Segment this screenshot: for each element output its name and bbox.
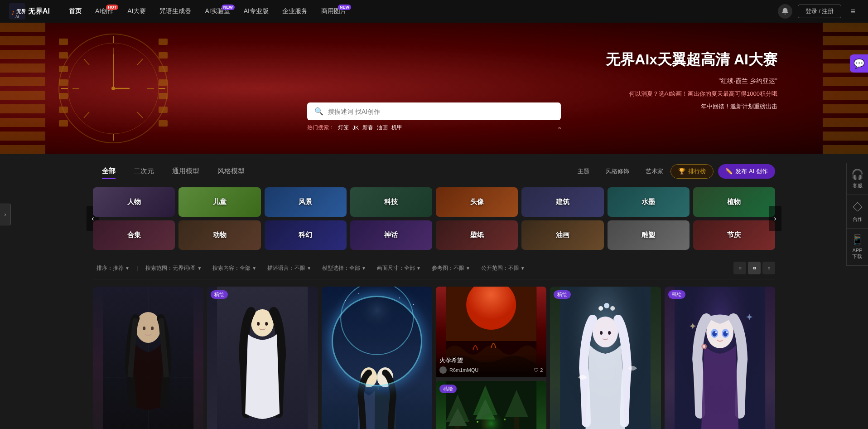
hot-tag-5[interactable]: 机甲 bbox=[391, 124, 402, 132]
menu-button[interactable]: ≡ bbox=[847, 5, 859, 18]
svg-rect-11 bbox=[59, 107, 68, 113]
svg-line-30 bbox=[84, 112, 89, 118]
logo[interactable]: ♪ 无界 AI 无界AI bbox=[9, 3, 50, 20]
header: ♪ 无界 AI 无界AI 首页 AI创作 HOT AI大赛 咒语生成器 AI实验… bbox=[0, 0, 868, 23]
main-nav: 首页 AI创作 HOT AI大赛 咒语生成器 AI实验室 NEW AI专业版 企… bbox=[63, 5, 778, 18]
cat-jieqing[interactable]: 节庆 bbox=[693, 220, 775, 250]
nav-home[interactable]: 首页 bbox=[63, 5, 87, 18]
rank-button[interactable]: 🏆 排行榜 bbox=[670, 164, 714, 179]
refresh-hot-search[interactable]: ↻ bbox=[558, 125, 561, 131]
nav-commercial[interactable]: 商用图片 NEW bbox=[316, 5, 352, 18]
svg-line-25 bbox=[137, 59, 143, 65]
nav-ai-lab[interactable]: AI实验室 NEW bbox=[199, 5, 235, 18]
size-filter[interactable]: 画面尺寸：全部 ▼ bbox=[373, 263, 424, 273]
nav-ai-pro[interactable]: AI专业版 bbox=[238, 5, 274, 18]
app-download-btn[interactable]: 📱 APP 下载 bbox=[847, 229, 868, 266]
cat-fengjing[interactable]: 风景 bbox=[265, 187, 347, 217]
hero-cta: 年中回馈！邀新计划重磅出击 bbox=[606, 102, 777, 111]
search-scope-filter[interactable]: 搜索范围：无界词/图 ▼ bbox=[142, 263, 205, 273]
rank-btn-label: 排行榜 bbox=[688, 167, 706, 176]
search-icon: 🔍 bbox=[314, 107, 323, 116]
notification-btn[interactable] bbox=[778, 4, 792, 19]
svg-rect-13 bbox=[159, 39, 168, 45]
divider-1: | bbox=[137, 265, 138, 271]
cat-renwu[interactable]: 人物 bbox=[93, 187, 175, 217]
gallery-item-6[interactable]: 稿绘 bbox=[665, 287, 775, 429]
category-next-btn[interactable]: › bbox=[769, 206, 781, 231]
trophy-icon: 🏆 bbox=[678, 168, 685, 175]
cat-shenhua[interactable]: 神话 bbox=[350, 220, 432, 250]
cat-tuxiang[interactable]: 头像 bbox=[436, 187, 518, 217]
model-filter[interactable]: 模型选择：全部 ▼ bbox=[318, 263, 370, 273]
nav-spell-gen[interactable]: 咒语生成器 bbox=[154, 5, 197, 18]
hero-text-block: 无界AIx天翼超高清 AI大赛 "红续·霞兰 乡约亚运" 何以消夏？选AI绘画！… bbox=[606, 50, 777, 111]
cat-diaosu[interactable]: 雕塑 bbox=[608, 220, 690, 250]
cat-heji[interactable]: 合集 bbox=[93, 220, 175, 250]
gallery-item-4[interactable]: 火孕希望 R6m1mMQU ♡ 2 稿绘 bbox=[436, 287, 546, 429]
ref-arrow: ▼ bbox=[466, 266, 470, 271]
hot-tag-3[interactable]: 新春 bbox=[362, 124, 373, 132]
svg-point-73 bbox=[608, 331, 611, 335]
left-panel-toggle[interactable]: › bbox=[0, 204, 11, 225]
view-4col[interactable]: ⊠ bbox=[762, 262, 775, 274]
gallery-item-5[interactable]: 稿绘 bbox=[550, 287, 661, 429]
hero-desc: 何以消夏？选AI绘画！画出你的夏天最高可得1000积分哦 bbox=[606, 90, 777, 98]
hot-tag-1[interactable]: 灯笼 bbox=[338, 124, 349, 132]
content-filter[interactable]: 搜索内容：全部 ▼ bbox=[209, 263, 260, 273]
sort-filter[interactable]: 排序：推荐 ▼ bbox=[93, 263, 133, 273]
cat-dongwu[interactable]: 动物 bbox=[178, 220, 260, 250]
gallery-item-2[interactable]: 稿绘 bbox=[207, 287, 318, 429]
size-arrow: ▼ bbox=[416, 266, 421, 271]
svg-rect-16 bbox=[159, 79, 168, 86]
nav-ai-contest[interactable]: AI大赛 bbox=[122, 5, 151, 18]
lang-filter[interactable]: 描述语言：不限 ▼ bbox=[264, 263, 315, 273]
hot-badge: HOT bbox=[106, 5, 118, 10]
chat-button[interactable]: 💬 bbox=[850, 54, 868, 73]
hero-banner: 无界AIx天翼超高清 AI大赛 "红续·霞兰 乡约亚运" 何以消夏？选AI绘画！… bbox=[0, 23, 868, 154]
hot-tag-2[interactable]: JK bbox=[352, 125, 359, 131]
gallery-badge-6: 稿绘 bbox=[554, 290, 571, 299]
gallery-badge-2: 稿绘 bbox=[211, 290, 228, 299]
cat-kehuan[interactable]: 科幻 bbox=[265, 220, 347, 250]
publish-button[interactable]: ✏️ 发布 AI 创作 bbox=[718, 164, 775, 179]
svg-point-33 bbox=[111, 87, 115, 90]
svg-rect-14 bbox=[159, 52, 168, 58]
film-strip-left bbox=[0, 23, 45, 154]
tab-all[interactable]: 全部 bbox=[93, 163, 125, 179]
ref-filter[interactable]: 参考图：不限 ▼ bbox=[428, 263, 474, 273]
gallery-item-3[interactable]: 稿绘 bbox=[322, 287, 432, 429]
tab-anime[interactable]: 二次元 bbox=[125, 163, 163, 179]
phone-icon: 📱 bbox=[851, 234, 863, 246]
filter-style[interactable]: 风格修饰 bbox=[598, 165, 637, 178]
gallery-meta-4: R6m1mMQU ♡ 2 bbox=[439, 366, 543, 374]
hot-tag-4[interactable]: 油画 bbox=[377, 124, 388, 132]
toggle-icon: › bbox=[5, 211, 6, 218]
content-arrow: ▼ bbox=[252, 266, 256, 271]
filter-theme[interactable]: 主题 bbox=[570, 165, 597, 178]
cat-jianzhu[interactable]: 建筑 bbox=[521, 187, 603, 217]
cat-bizhi[interactable]: 壁纸 bbox=[436, 220, 518, 250]
nav-ai-create[interactable]: AI创作 HOT bbox=[90, 5, 119, 18]
cat-youhua[interactable]: 油画 bbox=[521, 220, 603, 250]
gallery-badge-5: 稿绘 bbox=[439, 385, 457, 393]
search-input[interactable] bbox=[328, 108, 554, 115]
tab-general-model[interactable]: 通用模型 bbox=[163, 163, 208, 179]
svg-rect-9 bbox=[59, 79, 68, 86]
customer-service-btn[interactable]: 🎧 客服 bbox=[847, 163, 868, 195]
cat-ertong[interactable]: 儿童 bbox=[178, 187, 260, 217]
svg-point-50 bbox=[413, 304, 414, 305]
gallery-col-1 bbox=[93, 287, 203, 429]
gallery-item-1[interactable] bbox=[93, 287, 203, 429]
filter-artist[interactable]: 艺术家 bbox=[638, 165, 670, 178]
cat-keji[interactable]: 科技 bbox=[350, 187, 432, 217]
nav-enterprise[interactable]: 企业服务 bbox=[277, 5, 313, 18]
cat-zhiwu[interactable]: 植物 bbox=[693, 187, 775, 217]
tab-style-model[interactable]: 风格模型 bbox=[208, 163, 254, 179]
login-button[interactable]: 登录 / 注册 bbox=[798, 5, 842, 18]
view-3col[interactable]: ⊟ bbox=[748, 262, 761, 274]
cat-shuimo[interactable]: 水墨 bbox=[608, 187, 690, 217]
svg-point-70 bbox=[610, 306, 615, 311]
public-filter[interactable]: 公开范围：不限 ▼ bbox=[477, 263, 529, 273]
cooperation-btn[interactable]: ◇ 合作 bbox=[847, 195, 868, 229]
view-2col[interactable]: ⊞ bbox=[733, 262, 746, 274]
